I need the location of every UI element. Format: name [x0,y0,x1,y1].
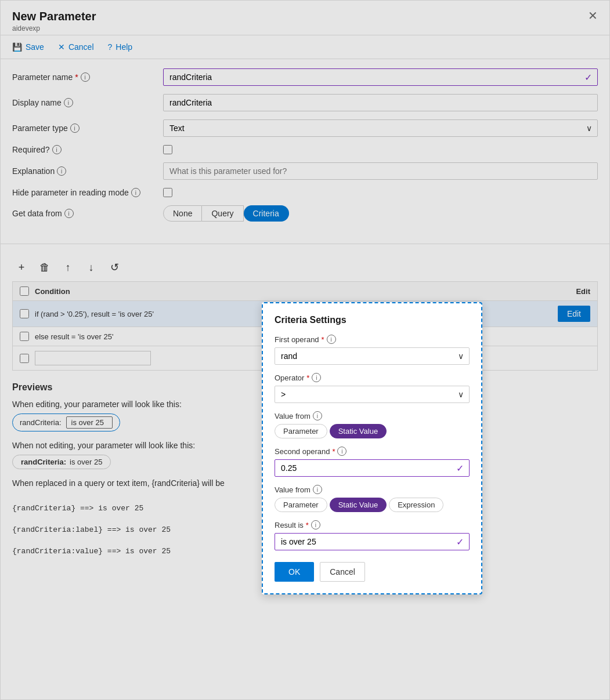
result-check-icon: ✓ [456,536,464,547]
value-from-static-btn-2[interactable]: Static Value [330,498,387,512]
value-from-field-1: Value from i Parameter Static Value [275,411,470,438]
second-operand-check-icon: ✓ [456,463,464,474]
second-operand-field: Second operand * i ✓ [275,447,470,477]
value-from-static-btn-1[interactable]: Static Value [330,424,387,438]
second-operand-input[interactable] [275,459,470,477]
value-from-label-1: Value from i [275,411,470,420]
second-operand-info-icon[interactable]: i [337,447,346,456]
value-from-info-icon-2[interactable]: i [313,485,322,494]
first-operand-label: First operand * i [275,335,470,344]
first-operand-select[interactable]: rand [275,347,470,365]
dialog-cancel-button[interactable]: Cancel [320,562,365,582]
value-from-info-icon-1[interactable]: i [313,411,322,420]
result-label: Result is * i [275,520,470,529]
operator-info-icon[interactable]: i [312,373,321,382]
result-field: Result is * i ✓ [275,520,470,550]
operator-label: Operator * i [275,373,470,382]
criteria-settings-dialog: Criteria Settings First operand * i rand… [262,302,482,594]
dialog-ok-button[interactable]: OK [275,562,314,582]
result-input[interactable] [275,533,470,550]
operator-field: Operator * i > < = >= <= ∨ [275,373,470,403]
second-operand-label: Second operand * i [275,447,470,456]
value-from-group-1: Parameter Static Value [275,424,470,438]
dialog-title: Criteria Settings [275,315,470,325]
dialog-actions: OK Cancel [275,562,470,582]
result-info-icon[interactable]: i [311,520,320,529]
value-from-label-2: Value from i [275,485,470,494]
value-from-parameter-btn-2[interactable]: Parameter [275,498,327,512]
operator-select[interactable]: > < = >= <= [275,386,470,403]
value-from-parameter-btn-1[interactable]: Parameter [275,424,327,438]
main-window: New Parameter aidevexp ✕ 💾 Save ✕ Cancel… [0,0,610,700]
first-operand-info-icon[interactable]: i [327,335,336,344]
value-from-expression-btn-2[interactable]: Expression [389,498,443,512]
first-operand-field: First operand * i rand ∨ [275,335,470,365]
value-from-group-2: Parameter Static Value Expression [275,498,470,512]
value-from-field-2: Value from i Parameter Static Value Expr… [275,485,470,512]
